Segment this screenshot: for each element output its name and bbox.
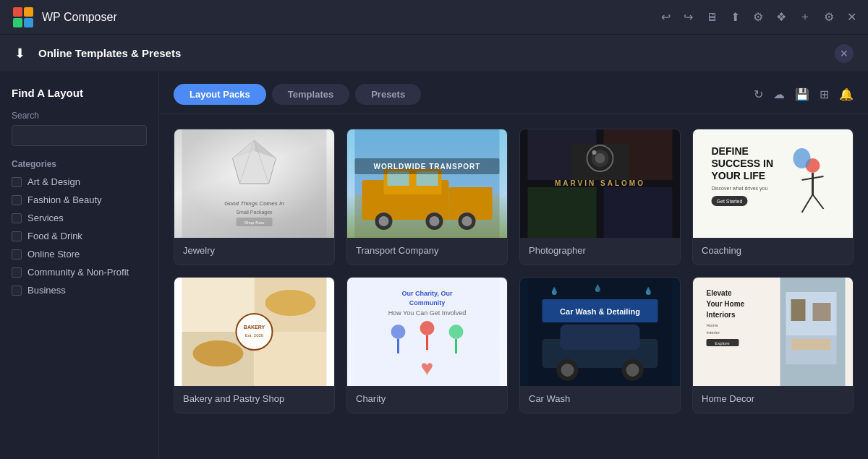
template-thumbnail-8: Elevate Your Home Interiors Home Interio…	[693, 278, 853, 386]
template-card-2[interactable]: WORLDWIDE TRANSPORT Transport Company	[346, 129, 508, 265]
svg-point-76	[561, 364, 574, 377]
svg-point-20	[379, 216, 389, 226]
category-item-community-nonprofit[interactable]: Community & Non-Profit	[12, 267, 147, 278]
svg-text:Home: Home	[707, 323, 719, 327]
svg-rect-94	[791, 299, 806, 321]
search-input[interactable]	[12, 125, 147, 146]
tab-layout-packs[interactable]: Layout Packs	[174, 84, 266, 105]
template-thumbnail-1: Good Things Comes In Small Packages Shop…	[174, 129, 334, 238]
undo-icon[interactable]: ↩	[661, 10, 671, 24]
svg-point-57	[265, 290, 316, 316]
template-name-2: Transport Company	[347, 238, 507, 265]
svg-text:SUCCESS IN: SUCCESS IN	[712, 158, 774, 169]
titlebar-icons: ↩ ↪ 🖥 ⬆ ⚙ ❖ ＋ ⚙ ✕	[661, 9, 856, 25]
carwash-image: Car Wash & Detailing 💧 💧 💧	[520, 278, 680, 386]
category-checkbox-fashion-beauty[interactable]	[12, 195, 22, 205]
template-thumbnail-2: WORLDWIDE TRANSPORT	[347, 129, 507, 238]
category-label-art-design: Art & Design	[27, 176, 80, 187]
settings-circle-icon[interactable]: ⚙	[753, 10, 763, 24]
grid-view-icon[interactable]: ⊞	[820, 87, 829, 101]
tab-templates[interactable]: Templates	[272, 84, 349, 105]
template-card-4[interactable]: DEFINE SUCCESS IN YOUR LIFE Discover wha…	[692, 129, 854, 265]
category-checkbox-services[interactable]	[12, 213, 22, 223]
category-checkbox-community-nonprofit[interactable]	[12, 267, 22, 278]
tab-toolbar: ↻ ☁ 💾 ⊞ 🔔	[754, 87, 854, 101]
transport-image: WORLDWIDE TRANSPORT	[347, 129, 507, 238]
layers-icon[interactable]: ❖	[776, 10, 786, 24]
gear-icon[interactable]: ⚙	[824, 10, 834, 24]
svg-text:WORLDWIDE TRANSPORT: WORLDWIDE TRANSPORT	[374, 163, 481, 171]
category-label-community-nonprofit: Community & Non-Profit	[27, 267, 129, 278]
modal-header: ⬇ Online Templates & Presets ✕	[0, 35, 868, 72]
svg-text:Interior: Interior	[707, 330, 720, 335]
template-card-3[interactable]: MARVIN SALOMO Photographer	[519, 129, 681, 265]
jewelry-image: Good Things Comes In Small Packages Shop…	[174, 129, 334, 238]
template-name-3: Photographer	[520, 238, 680, 265]
template-card-6[interactable]: Our Charity, Our Community ♥ How You Can…	[346, 277, 508, 413]
category-item-fashion-beauty[interactable]: Fashion & Beauty	[12, 194, 147, 205]
template-thumbnail-6: Our Charity, Our Community ♥ How You Can…	[347, 278, 507, 386]
svg-text:♥: ♥	[421, 356, 434, 379]
svg-rect-2	[13, 18, 22, 27]
modal-close-button[interactable]: ✕	[835, 44, 854, 63]
template-card-1[interactable]: Good Things Comes In Small Packages Shop…	[174, 129, 335, 265]
svg-rect-3	[24, 18, 33, 27]
modal-title: Online Templates & Presets	[38, 47, 181, 59]
coaching-image: DEFINE SUCCESS IN YOUR LIFE Discover wha…	[693, 129, 853, 238]
homedecor-image: Elevate Your Home Interiors Home Interio…	[693, 278, 853, 386]
category-checkbox-art-design[interactable]	[12, 177, 22, 187]
category-item-business[interactable]: Business	[12, 285, 147, 296]
refresh-icon[interactable]: ↻	[754, 87, 763, 101]
category-checkbox-food-drink[interactable]	[12, 231, 22, 241]
tabs: Layout Packs Templates Presets	[174, 84, 421, 105]
svg-text:💧: 💧	[550, 286, 559, 296]
categories-list: Art & Design Fashion & Beauty Services F…	[12, 176, 147, 296]
close-window-icon[interactable]: ✕	[847, 10, 856, 24]
svg-rect-95	[813, 303, 831, 321]
tab-presets[interactable]: Presets	[355, 84, 421, 105]
svg-text:Explore: Explore	[715, 341, 730, 346]
download-icon: ⬇	[14, 46, 25, 61]
svg-text:💧: 💧	[593, 283, 603, 293]
svg-point-22	[430, 216, 440, 226]
photographer-image: MARVIN SALOMO	[520, 129, 680, 238]
add-icon[interactable]: ＋	[799, 9, 811, 25]
app-logo	[12, 6, 35, 29]
svg-point-66	[420, 321, 435, 335]
category-checkbox-business[interactable]	[12, 286, 22, 296]
svg-rect-32	[604, 187, 673, 238]
svg-text:Get Started: Get Started	[717, 199, 743, 204]
save-icon[interactable]: 💾	[795, 87, 809, 101]
template-card-7[interactable]: Car Wash & Detailing 💧 💧 💧 Car Wash	[519, 277, 681, 413]
redo-icon[interactable]: ↪	[684, 10, 693, 24]
app-title: WP Composer	[42, 11, 117, 24]
upload-icon[interactable]: ⬆	[731, 10, 740, 24]
svg-rect-74	[561, 325, 640, 350]
category-label-services: Services	[27, 213, 64, 223]
modal-header-left: ⬇ Online Templates & Presets	[14, 46, 181, 61]
template-card-8[interactable]: Elevate Your Home Interiors Home Interio…	[692, 277, 854, 413]
template-name-7: Car Wash	[520, 386, 680, 413]
template-card-5[interactable]: BAKERY Est. 2020 Bakery and Pastry Shop	[174, 277, 335, 413]
template-name-8: Home Decor	[693, 386, 853, 413]
category-checkbox-online-store[interactable]	[12, 249, 22, 259]
cloud-icon[interactable]: ☁	[773, 87, 785, 101]
svg-text:MARVIN SALOMO: MARVIN SALOMO	[555, 179, 645, 187]
monitor-icon[interactable]: 🖥	[706, 11, 718, 24]
content-area: Layout Packs Templates Presets ↻ ☁ 💾 ⊞ 🔔	[159, 72, 868, 459]
category-item-art-design[interactable]: Art & Design	[12, 176, 147, 187]
svg-text:YOUR LIFE: YOUR LIFE	[712, 170, 766, 181]
svg-text:Discover what drives you: Discover what drives you	[712, 186, 768, 192]
svg-point-56	[193, 340, 244, 366]
category-item-services[interactable]: Services	[12, 213, 147, 223]
category-label-business: Business	[27, 285, 66, 296]
tabs-bar: Layout Packs Templates Presets ↻ ☁ 💾 ⊞ 🔔	[159, 72, 868, 114]
bell-icon[interactable]: 🔔	[839, 87, 854, 101]
svg-text:Car Wash & Detailing: Car Wash & Detailing	[560, 307, 640, 316]
category-item-food-drink[interactable]: Food & Drink	[12, 231, 147, 241]
sidebar-title: Find A Layout	[12, 87, 147, 99]
svg-text:BAKERY: BAKERY	[244, 325, 265, 330]
category-item-online-store[interactable]: Online Store	[12, 249, 147, 259]
svg-text:Est. 2020: Est. 2020	[245, 333, 264, 338]
svg-text:Our Charity, Our: Our Charity, Our	[402, 290, 453, 297]
